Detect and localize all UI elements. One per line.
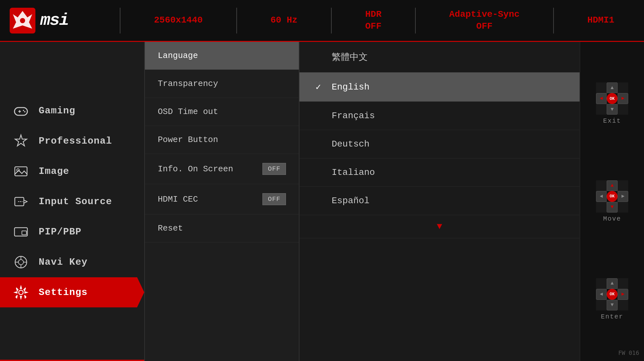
sidebar-item-professional[interactable]: Professional [0, 126, 144, 156]
svg-marker-8 [15, 135, 27, 146]
exit-label: Exit [603, 117, 621, 125]
sidebar-item-gaming[interactable]: Gaming [0, 96, 144, 126]
gaming-label: Gaming [39, 105, 75, 116]
dpad-right-enter[interactable]: ► [618, 289, 628, 300]
dpad-left-exit[interactable]: ◄ [596, 93, 607, 104]
menu-item-reset[interactable]: Reset [145, 214, 299, 242]
menu-item-power-button[interactable]: Power Button [145, 126, 299, 154]
menu-item-transparency[interactable]: Transparency [145, 70, 299, 98]
info-on-screen-label: Info. On Screen [158, 164, 233, 174]
firmware-version: FW 016 [618, 349, 639, 356]
dpad-up-exit[interactable]: ▲ [607, 82, 618, 93]
lang-option-traditional-chinese[interactable]: 繁體中文 [299, 42, 580, 72]
divider-2 [236, 8, 237, 33]
move-corner-tl [596, 180, 607, 191]
input-stat: HDMI1 [587, 14, 614, 26]
transparency-label: Transparency [158, 79, 218, 89]
svg-point-16 [18, 260, 24, 265]
dpad-down-enter[interactable]: ▼ [607, 300, 618, 310]
enter-label: Enter [601, 313, 623, 320]
enter-corner-bl [596, 300, 607, 310]
input-source-icon [13, 194, 29, 210]
lang-option-french[interactable]: Français [299, 102, 580, 130]
move-corner-tr [618, 180, 628, 191]
sidebar-item-image[interactable]: Image [0, 156, 144, 186]
svg-point-2 [20, 18, 25, 23]
navi-key-label: Navi Key [39, 257, 88, 268]
dpad-center-enter[interactable]: OK [607, 289, 618, 300]
dpad-center-exit[interactable]: OK [607, 93, 618, 104]
power-button-label: Power Button [158, 135, 218, 145]
hdmi-cec-label: HDMI CEC [158, 195, 198, 204]
dpad-center-move[interactable]: OK [607, 191, 618, 202]
scroll-down-arrow-icon: ▼ [437, 222, 442, 232]
french-label: Français [332, 111, 375, 121]
divider-5 [553, 8, 554, 33]
dpad-left-move[interactable]: ◄ [596, 191, 607, 202]
sidebar-item-pip-pbp[interactable]: PIP/PBP [0, 217, 144, 247]
msi-dragon-icon [10, 8, 35, 33]
move-dpad[interactable]: ▲ ◄ OK ► ▼ [596, 180, 628, 213]
traditional-chinese-label: 繁體中文 [332, 51, 368, 63]
lang-option-italiano[interactable]: Italiano [299, 158, 580, 187]
image-icon [13, 163, 29, 179]
professional-label: Professional [39, 136, 112, 147]
enter-corner-tr [618, 278, 628, 289]
move-label: Move [603, 215, 621, 223]
lang-option-deutsch[interactable]: Deutsch [299, 130, 580, 158]
dpad-right-move[interactable]: ► [618, 191, 628, 202]
menu-item-osd-timeout[interactable]: OSD Time out [145, 98, 299, 126]
divider-4 [415, 8, 416, 33]
refresh-rate-stat: 60 Hz [270, 14, 298, 26]
lang-option-english[interactable]: ✓ English [299, 72, 580, 102]
hdr-stat: HDROFF [365, 9, 381, 32]
dpad-up-move[interactable]: ▲ [607, 180, 618, 191]
exit-dpad[interactable]: ▲ ◄ OK ► ▼ [596, 82, 628, 115]
dpad-corner-br [618, 104, 628, 115]
svg-point-6 [23, 110, 24, 111]
enter-corner-tl [596, 278, 607, 289]
sidebar: Gaming Professional Image [0, 42, 145, 361]
lang-option-espanol[interactable]: Español [299, 187, 580, 215]
menu-item-hdmi-cec[interactable]: HDMI CEC OFF [145, 184, 299, 214]
svg-point-21 [19, 290, 23, 295]
language-label: Language [158, 51, 198, 61]
english-label: English [332, 82, 370, 92]
menu-item-info-on-screen[interactable]: Info. On Screen OFF [145, 154, 299, 184]
svg-point-7 [24, 111, 25, 112]
osd-timeout-label: OSD Time out [158, 107, 218, 117]
middle-menu-panel: Language Transparency OSD Time out Power… [145, 42, 299, 361]
hdmi-cec-toggle[interactable]: OFF [262, 193, 286, 205]
check-icon-english: ✓ [316, 81, 325, 92]
svg-rect-14 [22, 231, 26, 235]
enter-dpad[interactable]: ▲ ◄ OK ► ▼ [596, 278, 628, 310]
italiano-label: Italiano [332, 167, 375, 177]
deutsch-label: Deutsch [332, 139, 370, 149]
divider-3 [331, 8, 332, 33]
dpad-right-exit[interactable]: ► [618, 93, 628, 104]
adaptive-sync-stat: Adaptive-SyncOFF [449, 9, 519, 32]
menu-item-language[interactable]: Language [145, 42, 299, 70]
pip-pbp-label: PIP/PBP [39, 226, 81, 237]
dpad-corner-bl [596, 104, 607, 115]
sidebar-item-input-source[interactable]: Input Source [0, 186, 144, 217]
resolution-stat: 2560x1440 [154, 14, 203, 26]
move-corner-bl [596, 202, 607, 213]
info-on-screen-toggle[interactable]: OFF [262, 163, 286, 175]
gaming-icon [13, 103, 29, 119]
reset-label: Reset [158, 223, 183, 233]
sidebar-item-settings[interactable]: Settings [0, 277, 144, 308]
controls-panel: ▲ ◄ OK ► ▼ Exit ▲ ◄ OK [580, 42, 644, 361]
enter-control-group: ▲ ◄ OK ► ▼ Enter [596, 278, 628, 320]
dpad-down-move[interactable]: ▼ [607, 202, 618, 213]
dpad-up-enter[interactable]: ▲ [607, 278, 618, 289]
settings-label: Settings [39, 287, 88, 298]
main-content: Gaming Professional Image [0, 42, 644, 361]
pip-pbp-icon [13, 224, 29, 240]
dpad-left-enter[interactable]: ◄ [596, 289, 607, 300]
logo-area: msi [0, 8, 90, 33]
header-stats: 2560x1440 60 Hz HDROFF Adaptive-SyncOFF … [90, 8, 644, 33]
dpad-down-exit[interactable]: ▼ [607, 104, 618, 115]
sidebar-item-navi-key[interactable]: Navi Key [0, 247, 144, 277]
professional-icon [13, 133, 29, 149]
